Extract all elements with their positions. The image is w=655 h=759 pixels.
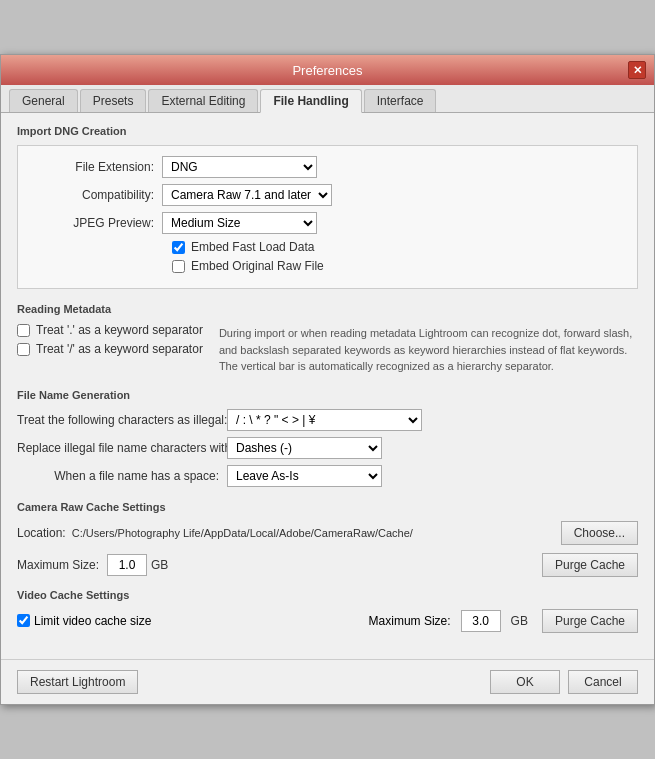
cache-size-row: Maximum Size: GB Purge Cache <box>17 553 638 577</box>
treat-slash-label[interactable]: Treat '/' as a keyword separator <box>36 342 203 356</box>
tab-interface[interactable]: Interface <box>364 89 437 112</box>
tab-external-editing[interactable]: External Editing <box>148 89 258 112</box>
main-content: Import DNG Creation File Extension: DNG … <box>1 113 654 659</box>
treat-dot-checkbox[interactable] <box>17 324 30 337</box>
embed-fast-load-row: Embed Fast Load Data <box>172 240 623 254</box>
camera-raw-cache-section: Camera Raw Cache Settings Location: C:/U… <box>17 501 638 577</box>
embed-fast-load-checkbox[interactable] <box>172 241 185 254</box>
replace-chars-select[interactable]: Dashes (-) Underscores (_) <box>227 437 382 459</box>
jpeg-preview-row: JPEG Preview: Medium Size None Full Size <box>32 212 623 234</box>
video-cache-title: Video Cache Settings <box>17 589 638 601</box>
ok-button[interactable]: OK <box>490 670 560 694</box>
tab-file-handling[interactable]: File Handling <box>260 89 361 113</box>
replace-chars-row: Replace illegal file name characters wit… <box>17 437 638 459</box>
max-size-unit: GB <box>151 558 168 572</box>
replace-chars-label: Replace illegal file name characters wit… <box>17 441 227 455</box>
embed-original-raw-checkbox[interactable] <box>172 260 185 273</box>
preferences-window: Preferences ✕ General Presets External E… <box>0 54 655 705</box>
tab-general[interactable]: General <box>9 89 78 112</box>
illegal-chars-label: Treat the following characters as illega… <box>17 413 227 427</box>
camera-raw-cache-title: Camera Raw Cache Settings <box>17 501 638 513</box>
space-select[interactable]: Leave As-Is Insert Underscore Insert Das… <box>227 465 382 487</box>
tab-bar: General Presets External Editing File Ha… <box>1 85 654 113</box>
footer: Restart Lightroom OK Cancel <box>1 659 654 704</box>
treat-slash-checkbox[interactable] <box>17 343 30 356</box>
choose-button[interactable]: Choose... <box>561 521 638 545</box>
compatibility-select[interactable]: Camera Raw 7.1 and later Camera Raw 2.4 … <box>162 184 332 206</box>
tab-presets[interactable]: Presets <box>80 89 147 112</box>
cache-location-path: C:/Users/Photography Life/AppData/Local/… <box>72 527 561 539</box>
limit-video-checkbox[interactable] <box>17 614 30 627</box>
reading-metadata-content: Treat '.' as a keyword separator Treat '… <box>17 323 638 375</box>
import-dng-title: Import DNG Creation <box>17 125 638 137</box>
jpeg-preview-select[interactable]: Medium Size None Full Size <box>162 212 317 234</box>
video-limit-left: Limit video cache size <box>17 614 151 628</box>
file-name-generation-title: File Name Generation <box>17 389 638 401</box>
title-bar: Preferences ✕ <box>1 55 654 85</box>
reading-metadata-section: Reading Metadata Treat '.' as a keyword … <box>17 303 638 375</box>
limit-video-label[interactable]: Limit video cache size <box>34 614 151 628</box>
space-label: When a file name has a space: <box>17 469 227 483</box>
max-size-label: Maximum Size: <box>17 558 99 572</box>
embed-fast-load-label[interactable]: Embed Fast Load Data <box>191 240 314 254</box>
video-cache-section: Video Cache Settings Limit video cache s… <box>17 589 638 633</box>
cache-location-row: Location: C:/Users/Photography Life/AppD… <box>17 521 638 545</box>
jpeg-preview-label: JPEG Preview: <box>32 216 162 230</box>
file-name-generation-section: File Name Generation Treat the following… <box>17 389 638 487</box>
treat-slash-row: Treat '/' as a keyword separator <box>17 342 203 356</box>
footer-right: OK Cancel <box>490 670 638 694</box>
space-row: When a file name has a space: Leave As-I… <box>17 465 638 487</box>
reading-metadata-checkboxes: Treat '.' as a keyword separator Treat '… <box>17 323 203 375</box>
compatibility-row: Compatibility: Camera Raw 7.1 and later … <box>32 184 623 206</box>
video-max-size-label: Maximum Size: <box>369 614 451 628</box>
max-size-input[interactable] <box>107 554 147 576</box>
illegal-chars-select[interactable]: / : \ * ? " < > | ¥ / : \ * ? " < > | <box>227 409 422 431</box>
video-cache-row: Limit video cache size Maximum Size: GB … <box>17 609 638 633</box>
cancel-button[interactable]: Cancel <box>568 670 638 694</box>
restart-lightroom-button[interactable]: Restart Lightroom <box>17 670 138 694</box>
import-dng-section: Import DNG Creation File Extension: DNG … <box>17 125 638 289</box>
embed-original-raw-label[interactable]: Embed Original Raw File <box>191 259 324 273</box>
reading-metadata-title: Reading Metadata <box>17 303 638 315</box>
treat-dot-label[interactable]: Treat '.' as a keyword separator <box>36 323 203 337</box>
close-button[interactable]: ✕ <box>628 61 646 79</box>
file-extension-row: File Extension: DNG dng <box>32 156 623 178</box>
video-size-right: Maximum Size: GB Purge Cache <box>369 609 638 633</box>
purge-cache-button[interactable]: Purge Cache <box>542 553 638 577</box>
compatibility-label: Compatibility: <box>32 188 162 202</box>
purge-video-cache-button[interactable]: Purge Cache <box>542 609 638 633</box>
cache-location-label: Location: <box>17 526 66 540</box>
file-extension-select[interactable]: DNG dng <box>162 156 317 178</box>
video-max-size-unit: GB <box>511 614 528 628</box>
window-title: Preferences <box>27 63 628 78</box>
illegal-chars-row: Treat the following characters as illega… <box>17 409 638 431</box>
import-dng-box: File Extension: DNG dng Compatibility: C… <box>17 145 638 289</box>
embed-original-raw-row: Embed Original Raw File <box>172 259 623 273</box>
treat-dot-row: Treat '.' as a keyword separator <box>17 323 203 337</box>
video-max-size-input[interactable] <box>461 610 501 632</box>
reading-metadata-info: During import or when reading metadata L… <box>219 323 638 375</box>
file-extension-label: File Extension: <box>32 160 162 174</box>
